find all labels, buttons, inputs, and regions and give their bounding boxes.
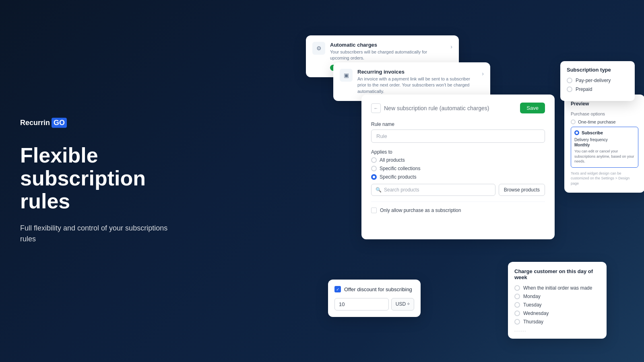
discount-value-input[interactable]: 10 [334, 298, 389, 311]
one-time-label: One-time purchase [578, 119, 616, 124]
left-panel: Recurrin GO Flexible subscription rules … [20, 118, 181, 245]
applies-to-label: Applies to [371, 149, 545, 155]
charge-day-title: Charge customer on this day of week [514, 268, 600, 280]
sub-type-title: Subscription type [567, 67, 628, 73]
rule-name-input[interactable]: Rule [371, 130, 545, 143]
charge-wednesday-label: Wednesday [523, 311, 549, 316]
auto-charges-title: Automatic charges [330, 42, 446, 48]
cards-area: ⚙ Automatic charges Your subscribers wil… [262, 0, 644, 362]
subscription-only-checkbox[interactable] [371, 208, 377, 213]
prepaid-label: Prepaid [576, 86, 592, 92]
search-products-input[interactable]: 🔍 Search products [371, 184, 495, 196]
preview-card: Preview Purchase options One-time purcha… [564, 95, 644, 193]
charge-thursday-label: Thursday [523, 319, 543, 325]
charge-wednesday-option[interactable]: Wednesday [514, 311, 600, 316]
one-time-purchase-option[interactable]: One-time purchase [571, 119, 638, 124]
heading-line1: Flexible [20, 144, 98, 167]
offer-discount-checkbox[interactable]: ✓ [334, 286, 341, 292]
recurring-title: Recurring invoices [357, 69, 477, 75]
discount-input-row: 10 USD ÷ [334, 298, 414, 311]
back-arrow-icon[interactable]: ← [371, 103, 381, 113]
auto-charges-desc: Your subscribers will be charged automat… [330, 49, 446, 62]
radio-specific-collections-circle [371, 166, 377, 171]
charge-thursday-option[interactable]: Thursday [514, 319, 600, 325]
discount-currency-select[interactable]: USD ÷ [391, 298, 414, 311]
radio-specific-products-label: Specific products [380, 174, 416, 180]
heading-line2: subscription rules [20, 167, 146, 213]
search-icon: 🔍 [376, 187, 382, 193]
recurring-arrow[interactable]: › [482, 70, 484, 77]
auto-charges-arrow[interactable]: › [450, 43, 452, 50]
gear-icon: ⚙ [312, 42, 325, 55]
card-main-title: New subscription rule (automatic charges… [384, 105, 489, 111]
delivery-note: You can edit or cancel your subscription… [574, 149, 635, 164]
subscription-only-checkbox-row[interactable]: Only allow purchase as a subscription [371, 202, 545, 213]
charge-initial-label: When the initial order was made [523, 285, 592, 291]
one-time-radio [571, 119, 576, 124]
purchase-options-label: Purchase options [571, 111, 638, 116]
rule-name-label: Rule name [371, 121, 545, 127]
subscribe-box: Subscribe Delivery frequency Monthly You… [571, 127, 638, 168]
new-subscription-card: ← New subscription rule (automatic charg… [361, 95, 555, 239]
delivery-freq-value: Monthly [574, 143, 635, 147]
subscription-type-card: Subscription type Pay-per-delivery Prepa… [560, 61, 635, 101]
charge-monday-option[interactable]: Monday [514, 294, 600, 299]
logo-text: Recurrin [20, 119, 50, 127]
invoice-icon: ▣ [340, 69, 353, 82]
radio-specific-collections-label: Specific collections [380, 166, 420, 171]
sub-heading: Full flexibility and control of your sub… [20, 222, 181, 244]
radio-all-products-label: All products [380, 157, 405, 163]
charge-initial-radio [514, 285, 520, 291]
radio-specific-products[interactable]: Specific products [371, 174, 545, 180]
delivery-freq-label: Delivery frequency [574, 138, 635, 142]
charge-tuesday-option[interactable]: Tuesday [514, 302, 600, 308]
radio-specific-collections[interactable]: Specific collections [371, 166, 545, 171]
charge-tuesday-radio [514, 302, 520, 308]
prepaid-option[interactable]: Prepaid [567, 86, 628, 92]
product-search-row: 🔍 Search products Browse products [371, 184, 545, 196]
offer-discount-label: Offer discount for subscribing [344, 286, 412, 292]
subscribe-radio [574, 130, 579, 135]
applies-to-section: Applies to All products Specific collect… [371, 149, 545, 196]
charge-initial-order-option[interactable]: When the initial order was made [514, 285, 600, 291]
charge-tuesday-label: Tuesday [523, 302, 542, 308]
pay-per-delivery-label: Pay-per-delivery [576, 78, 611, 83]
recurring-desc: An invoice with a payment link will be s… [357, 76, 477, 95]
search-placeholder: Search products [384, 187, 419, 193]
radio-all-products[interactable]: All products [371, 157, 545, 163]
browse-products-button[interactable]: Browse products [499, 184, 545, 196]
prepaid-radio [567, 86, 572, 92]
save-button[interactable]: Save [520, 103, 545, 113]
back-button[interactable]: ← New subscription rule (automatic charg… [371, 103, 489, 113]
preview-footer: Texts and widget design can be customize… [571, 171, 638, 186]
logo: Recurrin GO [20, 118, 181, 128]
charge-wednesday-radio [514, 311, 520, 316]
radio-all-products-circle [371, 157, 377, 163]
pay-per-delivery-radio [567, 78, 572, 83]
discount-card: ✓ Offer discount for subscribing 10 USD … [328, 280, 421, 317]
charge-thursday-radio [514, 319, 520, 325]
subscribe-label: Subscribe [582, 130, 603, 135]
logo-go: GO [52, 118, 67, 128]
main-heading: Flexible subscription rules [20, 144, 181, 213]
charge-monday-label: Monday [523, 294, 541, 299]
rule-name-section: Rule name Rule [371, 121, 545, 143]
charge-monday-radio [514, 294, 520, 299]
applies-to-radio-group: All products Specific collections Specif… [371, 157, 545, 180]
charge-day-card: Charge customer on this day of week When… [508, 262, 607, 339]
pay-per-delivery-option[interactable]: Pay-per-delivery [567, 78, 628, 83]
subscription-only-label: Only allow purchase as a subscription [380, 208, 461, 213]
preview-title: Preview [571, 101, 638, 107]
radio-specific-products-circle [371, 174, 377, 180]
charge-day-more: ...... [514, 327, 600, 332]
